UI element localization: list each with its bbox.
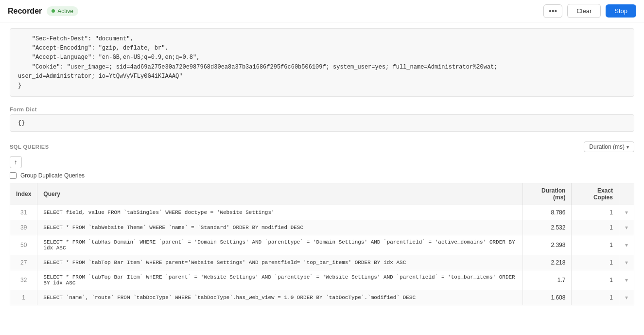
cell-expand[interactable]: ▾ (619, 235, 634, 255)
active-badge: Active (47, 6, 78, 16)
row-expand-icon: ▾ (625, 259, 628, 266)
main-content: "Sec-Fetch-Dest": "document", "Accept-En… (0, 22, 644, 333)
row-expand-icon: ▾ (625, 242, 628, 248)
cell-copies: 1 (572, 235, 619, 255)
row-expand-icon: ▾ (625, 224, 628, 231)
cell-expand[interactable]: ▾ (619, 255, 634, 270)
table-row: 27 SELECT * FROM `tabTop Bar Item` WHERE… (10, 255, 634, 270)
table-row: 31 SELECT field, value FROM `tabSingles`… (10, 205, 634, 220)
cell-query: SELECT field, value FROM `tabSingles` WH… (37, 205, 522, 220)
group-duplicate-row: Group Duplicate Queries (10, 172, 634, 179)
cell-index: 27 (10, 255, 37, 270)
group-duplicate-label: Group Duplicate Queries (20, 172, 85, 179)
cell-duration: 2.532 (522, 220, 572, 235)
cell-query: SELECT * FROM `tabTop Bar Item` WHERE pa… (37, 255, 522, 270)
cell-duration: 1.7 (522, 270, 572, 290)
cell-index: 1 (10, 290, 37, 305)
cell-query: SELECT * FROM `tabHas Domain` WHERE `par… (37, 235, 522, 255)
cell-query: SELECT * FROM `tabWebsite Theme` WHERE `… (37, 220, 522, 235)
table-row: 50 SELECT * FROM `tabHas Domain` WHERE `… (10, 235, 634, 255)
cell-index: 32 (10, 270, 37, 290)
col-expand (619, 183, 634, 205)
cell-duration: 8.786 (522, 205, 572, 220)
cell-copies: 1 (572, 255, 619, 270)
cell-duration: 2.218 (522, 255, 572, 270)
duration-filter-label: Duration (ms) (589, 143, 625, 150)
cell-expand[interactable]: ▾ (619, 290, 634, 305)
sql-queries-table: Index Query Duration (ms) Exact Copies 3… (10, 183, 634, 305)
col-query: Query (37, 183, 522, 205)
request-headers-block: "Sec-Fetch-Dest": "document", "Accept-En… (10, 28, 634, 97)
stop-button[interactable]: Stop (606, 4, 636, 18)
col-index: Index (10, 183, 37, 205)
table-row: 1 SELECT `name`, `route` FROM `tabDocTyp… (10, 290, 634, 305)
form-dict-value: {} (10, 114, 634, 132)
cell-expand[interactable]: ▾ (619, 220, 634, 235)
active-dot-icon (52, 9, 55, 13)
row-expand-icon: ▾ (625, 277, 628, 283)
form-dict-label: Form Dict (10, 106, 634, 112)
row-expand-icon: ▾ (625, 209, 628, 216)
cell-duration: 1.608 (522, 290, 572, 305)
app-header: Recorder Active ••• Clear Stop (0, 0, 644, 22)
cell-index: 39 (10, 220, 37, 235)
cell-copies: 1 (572, 205, 619, 220)
cell-index: 50 (10, 235, 37, 255)
cell-copies: 1 (572, 270, 619, 290)
group-duplicate-checkbox[interactable] (10, 172, 17, 179)
clear-button[interactable]: Clear (567, 4, 601, 18)
app-title: Recorder (8, 7, 42, 16)
active-label: Active (57, 8, 73, 15)
cell-duration: 2.398 (522, 235, 572, 255)
table-header-row: Index Query Duration (ms) Exact Copies (10, 183, 634, 205)
sql-header: SQL QUERIES Duration (ms) ▾ (10, 141, 634, 152)
col-duration: Duration (ms) (522, 183, 572, 205)
upload-icon-button[interactable]: ↑ (10, 156, 22, 168)
cell-query: SELECT `name`, `route` FROM `tabDocType`… (37, 290, 522, 305)
cell-copies: 1 (572, 290, 619, 305)
col-copies: Exact Copies (572, 183, 619, 205)
cell-expand[interactable]: ▾ (619, 205, 634, 220)
duration-filter-button[interactable]: Duration (ms) ▾ (584, 141, 634, 152)
cell-query: SELECT * FROM `tabTop Bar Item` WHERE `p… (37, 270, 522, 290)
table-row: 39 SELECT * FROM `tabWebsite Theme` WHER… (10, 220, 634, 235)
cell-index: 31 (10, 205, 37, 220)
more-options-button[interactable]: ••• (543, 4, 562, 18)
chevron-down-icon: ▾ (627, 144, 629, 150)
cell-expand[interactable]: ▾ (619, 270, 634, 290)
cell-copies: 1 (572, 220, 619, 235)
upload-icon: ↑ (14, 159, 17, 166)
table-row: 32 SELECT * FROM `tabTop Bar Item` WHERE… (10, 270, 634, 290)
sql-title: SQL QUERIES (10, 144, 584, 150)
row-expand-icon: ▾ (625, 294, 628, 301)
